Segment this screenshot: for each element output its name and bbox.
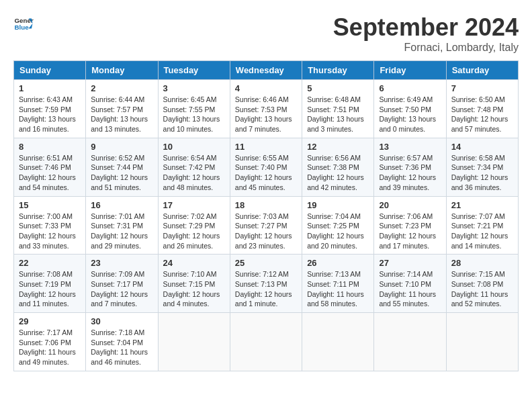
day-number: 28 [451, 258, 513, 268]
cell-info: Sunrise: 6:44 AMSunset: 7:57 PMDaylight:… [91, 95, 148, 133]
day-number: 22 [19, 258, 81, 268]
cell-info: Sunrise: 7:07 AMSunset: 7:21 PMDaylight:… [451, 212, 508, 250]
cell-info: Sunrise: 7:10 AMSunset: 7:15 PMDaylight:… [163, 270, 220, 308]
title-block: September 2024 Fornaci, Lombardy, Italy [333, 13, 519, 54]
calendar-cell: 26Sunrise: 7:13 AMSunset: 7:11 PMDayligh… [302, 255, 374, 313]
svg-text:Blue: Blue [15, 24, 30, 31]
day-number: 3 [163, 83, 225, 93]
calendar-cell: 11Sunrise: 6:55 AMSunset: 7:40 PMDayligh… [230, 138, 302, 196]
calendar-cell: 16Sunrise: 7:01 AMSunset: 7:31 PMDayligh… [86, 196, 158, 255]
calendar-cell: 3Sunrise: 6:45 AMSunset: 7:55 PMDaylight… [158, 80, 230, 138]
cell-info: Sunrise: 6:43 AMSunset: 7:59 PMDaylight:… [19, 95, 76, 133]
calendar-cell: 4Sunrise: 6:46 AMSunset: 7:53 PMDaylight… [230, 80, 302, 138]
calendar-cell: 1Sunrise: 6:43 AMSunset: 7:59 PMDaylight… [14, 80, 86, 138]
calendar-cell: 25Sunrise: 7:12 AMSunset: 7:13 PMDayligh… [230, 255, 302, 313]
day-number: 17 [163, 200, 225, 210]
calendar-cell: 9Sunrise: 6:52 AMSunset: 7:44 PMDaylight… [86, 138, 158, 196]
month-year-title: September 2024 [333, 13, 519, 42]
calendar-cell: 7Sunrise: 6:50 AMSunset: 7:48 PMDaylight… [446, 80, 518, 138]
calendar-week-4: 22Sunrise: 7:08 AMSunset: 7:19 PMDayligh… [14, 255, 519, 313]
cell-info: Sunrise: 7:17 AMSunset: 7:06 PMDaylight:… [19, 328, 76, 366]
location-subtitle: Fornaci, Lombardy, Italy [333, 42, 519, 54]
day-number: 10 [163, 142, 225, 152]
calendar-cell: 14Sunrise: 6:58 AMSunset: 7:34 PMDayligh… [446, 138, 518, 196]
calendar-cell: 23Sunrise: 7:09 AMSunset: 7:17 PMDayligh… [86, 255, 158, 313]
cell-info: Sunrise: 7:08 AMSunset: 7:19 PMDaylight:… [19, 270, 76, 308]
day-number: 8 [19, 142, 81, 152]
header-sunday: Sunday [14, 61, 86, 80]
header-monday: Monday [86, 61, 158, 80]
cell-info: Sunrise: 6:57 AMSunset: 7:36 PMDaylight:… [379, 154, 436, 191]
cell-info: Sunrise: 6:49 AMSunset: 7:50 PMDaylight:… [379, 95, 436, 133]
header-friday: Friday [374, 61, 446, 80]
calendar-cell: 20Sunrise: 7:06 AMSunset: 7:23 PMDayligh… [374, 196, 446, 255]
logo-icon: General Blue [13, 13, 34, 34]
day-number: 25 [235, 258, 297, 268]
day-number: 27 [379, 258, 441, 268]
day-number: 13 [379, 142, 441, 152]
calendar-cell: 10Sunrise: 6:54 AMSunset: 7:42 PMDayligh… [158, 138, 230, 196]
day-number: 7 [451, 83, 513, 93]
cell-info: Sunrise: 6:48 AMSunset: 7:51 PMDaylight:… [307, 95, 364, 133]
day-number: 11 [235, 142, 297, 152]
calendar-cell: 22Sunrise: 7:08 AMSunset: 7:19 PMDayligh… [14, 255, 86, 313]
cell-info: Sunrise: 6:51 AMSunset: 7:46 PMDaylight:… [19, 154, 76, 191]
cell-info: Sunrise: 7:03 AMSunset: 7:27 PMDaylight:… [235, 212, 292, 250]
cell-info: Sunrise: 7:15 AMSunset: 7:08 PMDaylight:… [451, 270, 508, 308]
cell-info: Sunrise: 6:45 AMSunset: 7:55 PMDaylight:… [163, 95, 220, 133]
cell-info: Sunrise: 6:46 AMSunset: 7:53 PMDaylight:… [235, 95, 292, 133]
calendar-header-row: SundayMondayTuesdayWednesdayThursdayFrid… [14, 61, 519, 80]
calendar-cell: 30Sunrise: 7:18 AMSunset: 7:04 PMDayligh… [86, 313, 158, 371]
calendar-cell: 8Sunrise: 6:51 AMSunset: 7:46 PMDaylight… [14, 138, 86, 196]
calendar-cell: 6Sunrise: 6:49 AMSunset: 7:50 PMDaylight… [374, 80, 446, 138]
cell-info: Sunrise: 7:06 AMSunset: 7:23 PMDaylight:… [379, 212, 436, 250]
day-number: 26 [307, 258, 369, 268]
cell-info: Sunrise: 6:54 AMSunset: 7:42 PMDaylight:… [163, 154, 220, 191]
day-number: 5 [307, 83, 369, 93]
cell-info: Sunrise: 7:01 AMSunset: 7:31 PMDaylight:… [91, 212, 148, 250]
calendar-cell: 2Sunrise: 6:44 AMSunset: 7:57 PMDaylight… [86, 80, 158, 138]
calendar-cell: 27Sunrise: 7:14 AMSunset: 7:10 PMDayligh… [374, 255, 446, 313]
calendar-cell: 13Sunrise: 6:57 AMSunset: 7:36 PMDayligh… [374, 138, 446, 196]
day-number: 6 [379, 83, 441, 93]
calendar-cell [230, 313, 302, 371]
calendar-cell: 12Sunrise: 6:56 AMSunset: 7:38 PMDayligh… [302, 138, 374, 196]
cell-info: Sunrise: 7:04 AMSunset: 7:25 PMDaylight:… [307, 212, 364, 250]
calendar-cell [374, 313, 446, 371]
calendar-cell: 19Sunrise: 7:04 AMSunset: 7:25 PMDayligh… [302, 196, 374, 255]
day-number: 20 [379, 200, 441, 210]
calendar-table: SundayMondayTuesdayWednesdayThursdayFrid… [13, 60, 519, 371]
day-number: 12 [307, 142, 369, 152]
day-number: 2 [91, 83, 152, 93]
day-number: 15 [19, 200, 81, 210]
calendar-cell: 5Sunrise: 6:48 AMSunset: 7:51 PMDaylight… [302, 80, 374, 138]
day-number: 16 [91, 200, 152, 210]
calendar-cell: 17Sunrise: 7:02 AMSunset: 7:29 PMDayligh… [158, 196, 230, 255]
calendar-cell: 28Sunrise: 7:15 AMSunset: 7:08 PMDayligh… [446, 255, 518, 313]
cell-info: Sunrise: 6:56 AMSunset: 7:38 PMDaylight:… [307, 154, 364, 191]
page-header: General Blue September 2024 Fornaci, Lom… [13, 13, 519, 54]
calendar-cell: 21Sunrise: 7:07 AMSunset: 7:21 PMDayligh… [446, 196, 518, 255]
day-number: 1 [19, 83, 81, 93]
calendar-cell: 29Sunrise: 7:17 AMSunset: 7:06 PMDayligh… [14, 313, 86, 371]
cell-info: Sunrise: 6:58 AMSunset: 7:34 PMDaylight:… [451, 154, 508, 191]
cell-info: Sunrise: 6:55 AMSunset: 7:40 PMDaylight:… [235, 154, 292, 191]
cell-info: Sunrise: 7:12 AMSunset: 7:13 PMDaylight:… [235, 270, 292, 308]
day-number: 4 [235, 83, 297, 93]
cell-info: Sunrise: 6:50 AMSunset: 7:48 PMDaylight:… [451, 95, 508, 133]
cell-info: Sunrise: 7:14 AMSunset: 7:10 PMDaylight:… [379, 270, 436, 308]
day-number: 9 [91, 142, 152, 152]
day-number: 30 [91, 316, 152, 326]
calendar-cell: 15Sunrise: 7:00 AMSunset: 7:33 PMDayligh… [14, 196, 86, 255]
cell-info: Sunrise: 7:02 AMSunset: 7:29 PMDaylight:… [163, 212, 220, 250]
cell-info: Sunrise: 6:52 AMSunset: 7:44 PMDaylight:… [91, 154, 148, 191]
calendar-week-3: 15Sunrise: 7:00 AMSunset: 7:33 PMDayligh… [14, 196, 519, 255]
day-number: 29 [19, 316, 81, 326]
header-wednesday: Wednesday [230, 61, 302, 80]
day-number: 23 [91, 258, 152, 268]
calendar-cell [158, 313, 230, 371]
day-number: 24 [163, 258, 225, 268]
calendar-week-2: 8Sunrise: 6:51 AMSunset: 7:46 PMDaylight… [14, 138, 519, 196]
header-tuesday: Tuesday [158, 61, 230, 80]
calendar-cell: 18Sunrise: 7:03 AMSunset: 7:27 PMDayligh… [230, 196, 302, 255]
